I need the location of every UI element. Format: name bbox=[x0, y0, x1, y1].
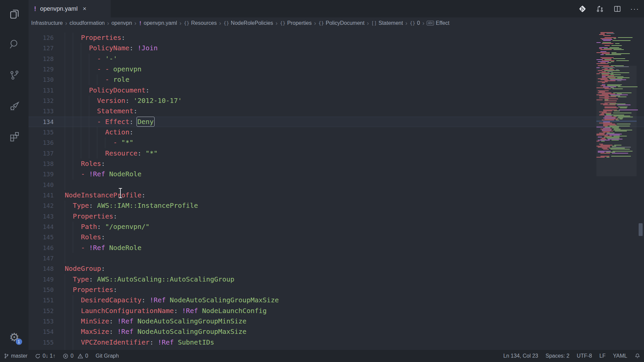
line-number[interactable]: 132 bbox=[29, 96, 54, 106]
line-number[interactable]: 128 bbox=[29, 54, 54, 64]
line-number[interactable]: 151 bbox=[29, 295, 54, 305]
code-line-132[interactable]: 132 Version: '2012-10-17' bbox=[29, 96, 644, 106]
code-line-147[interactable]: 147 bbox=[29, 253, 644, 263]
code-line-144[interactable]: 144 Path: "/openvpn/" bbox=[29, 222, 644, 232]
split-editor-icon[interactable] bbox=[613, 4, 622, 13]
code-line-134[interactable]: 134 - Effect: Deny bbox=[29, 117, 644, 127]
line-number[interactable]: 135 bbox=[29, 127, 54, 137]
line-number[interactable]: 152 bbox=[29, 306, 54, 316]
line-number[interactable]: 138 bbox=[29, 159, 54, 169]
notifications-bell-icon[interactable] bbox=[631, 350, 644, 362]
minimap[interactable] bbox=[596, 29, 637, 350]
scrollbar[interactable] bbox=[637, 29, 644, 350]
code-line-150[interactable]: 150 Properties: bbox=[29, 285, 644, 295]
line-number[interactable]: 154 bbox=[29, 326, 54, 337]
line-number[interactable]: 146 bbox=[29, 243, 54, 253]
code-line-153[interactable]: 153 MinSize: !Ref NodeAutoScalingGroupMi… bbox=[29, 316, 644, 326]
code-line-141[interactable]: 141NodeInstanceProfile: bbox=[29, 190, 644, 200]
git-graph-button[interactable]: Git Graph bbox=[92, 350, 122, 362]
code-line-146[interactable]: 146 - !Ref NodeRole bbox=[29, 243, 644, 253]
indentation-setting[interactable]: Spaces: 2 bbox=[542, 350, 573, 362]
code-line-136[interactable]: 136 - "*" bbox=[29, 137, 644, 148]
line-number[interactable]: 156 bbox=[29, 348, 54, 350]
line-number[interactable]: 136 bbox=[29, 137, 54, 148]
git-branch-status[interactable]: master bbox=[0, 350, 31, 362]
settings-gear-icon[interactable]: ⚙ 1 bbox=[8, 330, 21, 344]
line-number[interactable]: 155 bbox=[29, 337, 54, 348]
code-line-148[interactable]: 148NodeGroup: bbox=[29, 263, 644, 274]
breadcrumb-item-noderolepolicies[interactable]: {}NodeRolePolicies bbox=[223, 20, 273, 26]
breadcrumb-item-openvpn[interactable]: openvpn bbox=[111, 20, 132, 26]
line-number[interactable]: 144 bbox=[29, 222, 54, 232]
breadcrumb-item-policydocument[interactable]: {}PolicyDocument bbox=[318, 20, 364, 26]
line-number[interactable]: 148 bbox=[29, 263, 54, 274]
line-number[interactable]: 140 bbox=[29, 180, 54, 190]
code-line-155[interactable]: 155 VPCZoneIdentifier: !Ref SubnetIDs bbox=[29, 337, 644, 348]
explorer-icon[interactable] bbox=[8, 7, 21, 20]
code-line-139[interactable]: 139 - !Ref NodeRole bbox=[29, 169, 644, 179]
breadcrumb-item-effect[interactable]: abcEffect bbox=[427, 20, 449, 26]
line-number[interactable]: 150 bbox=[29, 285, 54, 295]
extensions-icon[interactable] bbox=[8, 130, 21, 143]
compare-changes-icon[interactable] bbox=[595, 4, 604, 13]
code-line-151[interactable]: 151 DesiredCapacity: !Ref NodeAutoScalin… bbox=[29, 295, 644, 305]
cursor-position[interactable]: Ln 134, Col 23 bbox=[499, 350, 542, 362]
line-number[interactable]: 133 bbox=[29, 106, 54, 116]
scrollbar-thumb[interactable] bbox=[639, 223, 643, 236]
line-number[interactable]: 127 bbox=[29, 43, 54, 53]
breadcrumb-item-openvpn-yaml[interactable]: !openvpn.yaml bbox=[139, 20, 177, 26]
line-number[interactable]: 126 bbox=[29, 33, 54, 43]
line-number[interactable]: 141 bbox=[29, 190, 54, 200]
breadcrumb-item-0[interactable]: {}0 bbox=[410, 20, 420, 26]
breadcrumb-item-infrastructure[interactable]: Infrastructure bbox=[31, 20, 63, 26]
sync-status[interactable]: 0↓ 1↑ bbox=[31, 350, 59, 362]
line-number[interactable]: 139 bbox=[29, 169, 54, 179]
line-number[interactable]: 129 bbox=[29, 64, 54, 74]
search-icon[interactable] bbox=[8, 38, 21, 51]
code-line-143[interactable]: 143 Properties: bbox=[29, 211, 644, 222]
line-number[interactable]: 142 bbox=[29, 200, 54, 211]
breadcrumb-item-properties[interactable]: {}Properties bbox=[280, 20, 312, 26]
line-number[interactable]: 149 bbox=[29, 274, 54, 285]
code-line-154[interactable]: 154 MaxSize: !Ref NodeAutoScalingGroupMa… bbox=[29, 326, 644, 337]
code-line-129[interactable]: 129 - - openvpn bbox=[29, 64, 644, 74]
code-line-130[interactable]: 130 - role bbox=[29, 74, 644, 85]
tab-close-icon[interactable]: × bbox=[83, 5, 87, 12]
line-number[interactable]: 134 bbox=[29, 117, 54, 127]
code-line-140[interactable]: 140 bbox=[29, 180, 644, 190]
breadcrumb-item-cloudformation[interactable]: cloudformation bbox=[69, 20, 105, 26]
code-line-142[interactable]: 142 Type: AWS::IAM::InstanceProfile bbox=[29, 200, 644, 211]
source-control-icon[interactable] bbox=[8, 68, 21, 82]
line-number[interactable]: 137 bbox=[29, 148, 54, 159]
code-line-145[interactable]: 145 Roles: bbox=[29, 232, 644, 242]
code-line-137[interactable]: 137 Resource: "*" bbox=[29, 148, 644, 159]
line-number[interactable]: 131 bbox=[29, 85, 54, 96]
code-line-133[interactable]: 133 Statement: bbox=[29, 106, 644, 116]
code-line-156[interactable]: 156 Tags: bbox=[29, 348, 644, 350]
code-line-127[interactable]: 127 PolicyName: !Join bbox=[29, 43, 644, 53]
code-line-126[interactable]: 126 Properties: bbox=[29, 33, 644, 43]
problems-status[interactable]: 0 0 bbox=[59, 350, 92, 362]
git-logo-icon[interactable] bbox=[578, 4, 587, 13]
tab-openvpn-yaml[interactable]: ! openvpn.yaml × bbox=[29, 0, 111, 17]
editor-pane[interactable]: 126 Properties:127 PolicyName: !Join128 … bbox=[29, 29, 644, 350]
run-and-debug-icon[interactable] bbox=[8, 99, 21, 113]
line-number[interactable]: 130 bbox=[29, 74, 54, 85]
breadcrumb-item-statement[interactable]: []Statement bbox=[371, 20, 403, 26]
code-line-131[interactable]: 131 PolicyDocument: bbox=[29, 85, 644, 96]
code-line-149[interactable]: 149 Type: AWS::AutoScaling::AutoScalingG… bbox=[29, 274, 644, 285]
line-number[interactable]: 147 bbox=[29, 253, 54, 263]
encoding-setting[interactable]: UTF-8 bbox=[573, 350, 596, 362]
eol-setting[interactable]: LF bbox=[596, 350, 609, 362]
minimap-line bbox=[606, 115, 624, 115]
more-actions-icon[interactable]: ··· bbox=[630, 5, 639, 13]
line-number[interactable]: 143 bbox=[29, 211, 54, 222]
code-line-135[interactable]: 135 Action: bbox=[29, 127, 644, 137]
line-number[interactable]: 153 bbox=[29, 316, 54, 326]
code-line-152[interactable]: 152 LaunchConfigurationName: !Ref NodeLa… bbox=[29, 306, 644, 316]
breadcrumb-item-resources[interactable]: {}Resources bbox=[184, 20, 217, 26]
language-mode[interactable]: YAML bbox=[609, 350, 631, 362]
code-line-128[interactable]: 128 - '-' bbox=[29, 54, 644, 64]
line-number[interactable]: 145 bbox=[29, 232, 54, 242]
code-line-138[interactable]: 138 Roles: bbox=[29, 159, 644, 169]
